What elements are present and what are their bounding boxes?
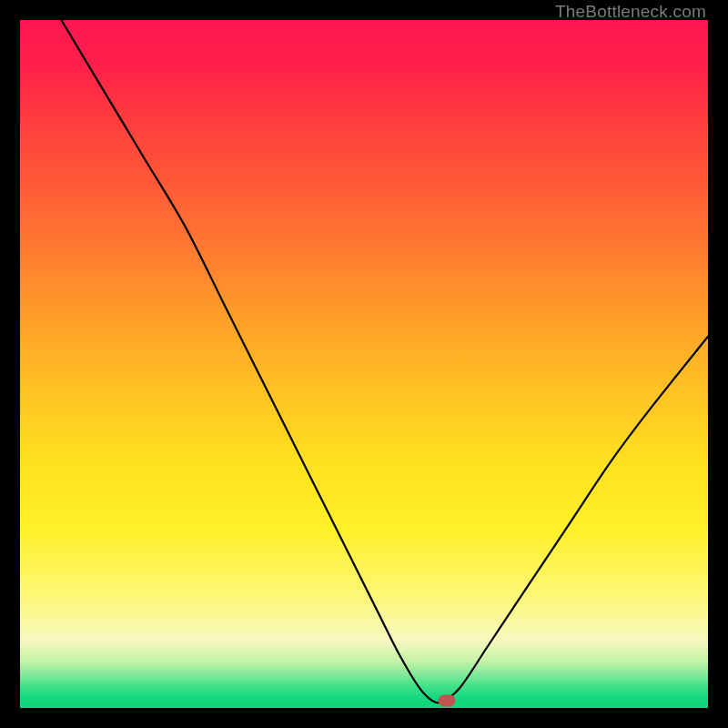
attribution-text: TheBottleneck.com [555, 2, 706, 22]
optimal-point-marker [438, 695, 455, 707]
plot-area [20, 20, 708, 708]
bottleneck-curve [20, 20, 708, 708]
chart-frame: TheBottleneck.com [0, 0, 728, 728]
